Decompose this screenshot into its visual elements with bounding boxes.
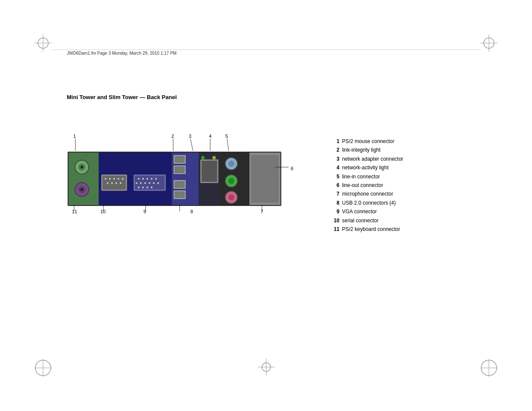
legend-item: 3network adapter connector [332, 155, 403, 163]
svg-rect-72 [202, 161, 217, 182]
legend-text: microphone connector [342, 190, 393, 198]
legend-text: line-out connector [342, 181, 383, 190]
legend-num: 8 [332, 199, 339, 207]
legend-num: 9 [332, 207, 339, 216]
svg-point-43 [142, 178, 144, 180]
back-panel-diagram: 1 2 3 4 5 [67, 134, 295, 220]
svg-point-38 [115, 182, 117, 184]
svg-point-44 [146, 178, 148, 180]
legend-item: 11PS/2 keyboard connector [332, 225, 403, 234]
svg-point-52 [157, 182, 159, 184]
callout-lines-top [67, 134, 286, 151]
svg-point-53 [138, 187, 140, 188]
svg-point-32 [109, 178, 111, 180]
legend-text: PS/2 mouse connector [342, 137, 394, 146]
callout-6-line [248, 151, 295, 194]
svg-text:ψ: ψ [178, 158, 181, 162]
svg-point-48 [140, 182, 142, 184]
legend-text: line-in connector [342, 172, 380, 181]
legend-text: USB 2.0 connectors (4) [342, 199, 396, 207]
svg-point-47 [136, 182, 137, 184]
svg-point-42 [138, 178, 140, 180]
svg-point-33 [113, 178, 115, 180]
legend-text: VGA connector [342, 207, 377, 216]
callout-lines-bottom [67, 205, 286, 213]
corner-mark-tl [34, 34, 52, 52]
legend-item: 10serial connector [332, 216, 403, 225]
legend-item: 6line-out connector [332, 181, 403, 190]
legend-num: 1 [332, 137, 339, 146]
legend-item: 1PS/2 mouse connector [332, 137, 403, 146]
svg-line-17 [190, 139, 193, 151]
svg-point-45 [151, 178, 152, 180]
svg-point-31 [105, 178, 106, 180]
legend-num: 2 [332, 146, 339, 154]
svg-point-27 [81, 188, 83, 191]
legend-num: 4 [332, 163, 339, 172]
legend-item: 8USB 2.0 connectors (4) [332, 199, 403, 207]
svg-point-79 [228, 178, 234, 184]
svg-point-36 [107, 182, 109, 184]
legend-text: serial connector [342, 216, 379, 225]
legend-num: 6 [332, 181, 339, 190]
svg-point-46 [155, 178, 157, 180]
legend-num: 5 [332, 172, 339, 181]
svg-point-77 [228, 161, 234, 167]
svg-point-55 [146, 187, 148, 188]
file-info: JWD6Dam1.fm Page 3 Monday, March 29, 201… [67, 51, 177, 56]
svg-point-34 [118, 178, 119, 180]
svg-point-35 [122, 178, 124, 180]
svg-text:ψ: ψ [178, 168, 181, 172]
corner-mark-tr [480, 34, 498, 52]
svg-point-50 [149, 182, 150, 184]
legend-item: 4network-activity light [332, 163, 403, 172]
svg-point-49 [144, 182, 146, 184]
legend-item: 7microphone connector [332, 190, 403, 198]
svg-point-37 [111, 182, 113, 184]
legend-num: 3 [332, 155, 339, 163]
svg-point-39 [120, 182, 121, 184]
svg-point-81 [228, 194, 234, 200]
svg-point-74 [212, 156, 216, 159]
svg-rect-30 [103, 176, 126, 190]
svg-point-56 [151, 187, 152, 188]
legend-item: 9VGA connector [332, 207, 403, 216]
corner-mark-bl [34, 359, 52, 377]
legend-text: PS/2 keyboard connector [342, 225, 400, 234]
page-title: Mini Tower and Slim Tower — Back Panel [67, 94, 177, 100]
legend-item: 5line-in connector [332, 172, 403, 181]
svg-point-24 [81, 166, 83, 168]
legend-num: 11 [332, 225, 339, 234]
svg-point-51 [153, 182, 155, 184]
legend-text: network-activity light [342, 163, 389, 172]
svg-text:ψ: ψ [178, 193, 181, 197]
legend-text: link-integrity light [342, 146, 380, 154]
header-rule [52, 50, 480, 50]
svg-line-19 [227, 139, 229, 151]
svg-point-54 [142, 187, 144, 188]
legend-text: network adapter connector [342, 155, 403, 163]
legend-item: 2link-integrity light [332, 146, 403, 154]
svg-text:ψ: ψ [178, 183, 181, 187]
legend-num: 10 [332, 216, 339, 225]
legend: 1PS/2 mouse connector2link-integrity lig… [332, 137, 403, 234]
corner-mark-bc [258, 358, 275, 377]
legend-num: 7 [332, 190, 339, 198]
corner-mark-br [480, 359, 498, 377]
svg-point-73 [201, 156, 205, 159]
